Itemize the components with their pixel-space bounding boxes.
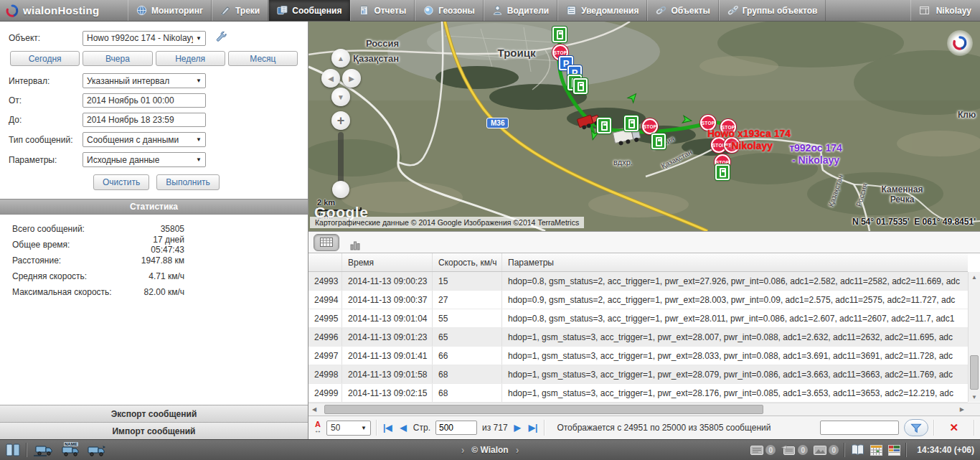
table-row[interactable]: 24996 2014-11-13 09:01:23 65 hdop=1, gsm… [308, 328, 968, 347]
horizontal-scrollbar-thumb[interactable] [324, 405, 763, 414]
chevron-down-icon: ▼ [196, 35, 202, 42]
fuel-station-marker[interactable] [715, 164, 730, 180]
cell-index: 24999 [308, 384, 342, 402]
tab-units[interactable]: Объекты [647, 0, 718, 21]
table-grid-icon [320, 238, 333, 247]
show-moving-units-button[interactable] [34, 444, 54, 456]
cell-index: 24995 [308, 309, 342, 327]
filter-input[interactable] [820, 421, 899, 435]
scroll-left-icon[interactable]: ◀ [312, 403, 316, 416]
table-row[interactable]: 24994 2014-11-13 09:00:37 27 hdop=0.9, g… [308, 291, 968, 309]
import-messages-button[interactable]: Импорт сообщений [0, 422, 308, 439]
interval-month-button[interactable]: Месяц [228, 51, 298, 66]
stat-label: Всего сообщений: [0, 224, 118, 234]
message-type-select[interactable]: Сообщения с данными ▼ [83, 132, 206, 147]
table-row[interactable]: 24997 2014-11-13 09:01:41 66 hdop=1, gsm… [308, 347, 968, 365]
tab-reports[interactable]: Отчеты [350, 0, 415, 21]
page-number-input[interactable] [435, 421, 477, 435]
clear-filter-button[interactable]: ✕ [939, 421, 969, 434]
tab-tracks[interactable]: Треки [212, 0, 268, 21]
toggle-panel-button[interactable] [6, 443, 20, 456]
tab-messages[interactable]: Сообщения [268, 0, 350, 21]
scroll-right-icon[interactable]: ▶ [960, 403, 964, 416]
tab-label: Водители [507, 6, 549, 16]
table-row[interactable]: 24995 2014-11-13 09:01:04 55 hdop=0.8, g… [308, 309, 968, 328]
last-page-button[interactable]: ▶| [527, 423, 540, 433]
map-zoom-slider-thumb[interactable] [332, 181, 349, 198]
log-button[interactable] [851, 444, 864, 456]
map-pan-up-button[interactable]: ▲ [331, 49, 350, 67]
parameters-select[interactable]: Исходные данные ▼ [83, 152, 206, 167]
tab-monitoring[interactable]: Мониторинг [128, 0, 212, 21]
map-pan-left-button[interactable]: ◀ [321, 69, 340, 88]
tab-drivers[interactable]: Водители [484, 0, 557, 21]
fuel-station-marker[interactable] [597, 118, 611, 133]
interval-week-button[interactable]: Неделя [156, 51, 225, 66]
report-templates-button[interactable] [888, 445, 900, 456]
copyright[interactable]: › © Wialon › [461, 444, 519, 456]
cell-parameters: hdop=1, gsm_status=3, acc_trigger=1, pwr… [502, 328, 968, 346]
table-row[interactable]: 24999 2014-11-13 09:02:15 68 hdop=1, gsm… [308, 384, 968, 403]
statistics-list: Всего сообщений: 35805 Общее время: 17 д… [0, 215, 308, 300]
export-messages-button[interactable]: Экспорт сообщений [0, 405, 308, 422]
map[interactable]: Россия Қазақстан Троицк Клю Каменная Реч… [308, 22, 980, 231]
notices-count: 0 [765, 445, 776, 455]
status-bar: NAME › © Wialon › [0, 439, 980, 460]
fuel-pump-icon [656, 137, 662, 146]
from-date-input[interactable] [83, 93, 206, 108]
images-indicator[interactable]: 0 [814, 445, 839, 455]
map-pan-right-button[interactable]: ▶ [342, 69, 361, 88]
apply-filter-button[interactable] [904, 419, 928, 436]
table-row[interactable]: 24998 2014-11-13 09:01:58 68 hdop=1, gsm… [308, 365, 968, 384]
user-menu[interactable]: Nikolayy [910, 0, 980, 21]
fuel-station-marker[interactable] [624, 116, 639, 131]
page-size-select[interactable]: 50 ▼ [326, 421, 371, 436]
interval-select[interactable]: Указанный интервал ▼ [83, 73, 206, 88]
table-view-button[interactable] [314, 234, 339, 251]
next-page-button[interactable]: ▶ [513, 423, 522, 433]
monitoring-globe-icon [136, 5, 147, 16]
stop-marker[interactable]: STOP [642, 118, 658, 134]
fit-columns-button[interactable]: A ↔ [314, 421, 321, 434]
driver-messages-count: 0 [798, 445, 808, 455]
stop-text: STOP [644, 124, 656, 129]
clear-button[interactable]: Очистить [93, 174, 149, 190]
unit-properties-button[interactable] [215, 30, 227, 46]
to-date-input[interactable] [83, 113, 206, 127]
copyright-text: © Wialon [471, 445, 508, 455]
horizontal-scrollbar[interactable]: ◀ ▶ [308, 403, 980, 416]
map-coordinates: N 54° 01.7535' E 061° 49.8451' [852, 217, 976, 227]
name-tag-label: NAME [64, 442, 78, 446]
interval-label: Интервал: [9, 76, 83, 86]
interval-today-button[interactable]: Сегодня [10, 51, 80, 66]
vertical-scrollbar[interactable]: ▲ ▼ [968, 272, 980, 402]
driver-messages-indicator[interactable]: 0 [781, 445, 808, 455]
map-pan-down-button[interactable]: ▼ [331, 88, 350, 106]
tab-geofences[interactable]: Геозоны [415, 0, 484, 21]
fuel-station-marker[interactable] [552, 27, 567, 42]
calendar-grid-button[interactable] [870, 445, 882, 456]
map-zoom-in-button[interactable]: + [331, 111, 350, 130]
interval-yesterday-button[interactable]: Вчера [83, 51, 152, 66]
prev-page-button[interactable]: ◀ [399, 423, 408, 433]
chart-view-button[interactable] [348, 235, 364, 250]
fuel-station-marker[interactable] [651, 133, 666, 149]
vertical-scrollbar-thumb[interactable] [970, 355, 979, 390]
cell-parameters: hdop=0.8, gsm_status=2, acc_trigger=1, p… [502, 272, 968, 290]
tab-notifications[interactable]: Уведомления [557, 0, 647, 21]
execute-button[interactable]: Выполнить [156, 174, 220, 190]
scroll-down-icon[interactable]: ▼ [971, 392, 977, 402]
stop-text: STOP [554, 50, 567, 55]
fuel-station-marker[interactable] [573, 78, 588, 94]
notices-indicator[interactable]: 0 [750, 445, 776, 455]
table-row[interactable]: 24993 2014-11-13 09:00:23 15 hdop=0.8, g… [308, 272, 968, 291]
tab-label: Объекты [671, 6, 710, 16]
tab-unit-groups[interactable]: Группы объектов [719, 0, 826, 21]
follow-units-button[interactable] [87, 444, 107, 456]
show-unit-names-button[interactable]: NAME [60, 444, 80, 456]
scroll-up-icon[interactable]: ▲ [971, 272, 977, 282]
stat-label: Максимальная скорость: [0, 287, 118, 297]
image-icon [814, 446, 826, 455]
first-page-button[interactable]: |◀ [382, 423, 394, 433]
object-select[interactable]: Howo т992ос 174 - Nikolayy ▼ [83, 31, 206, 46]
